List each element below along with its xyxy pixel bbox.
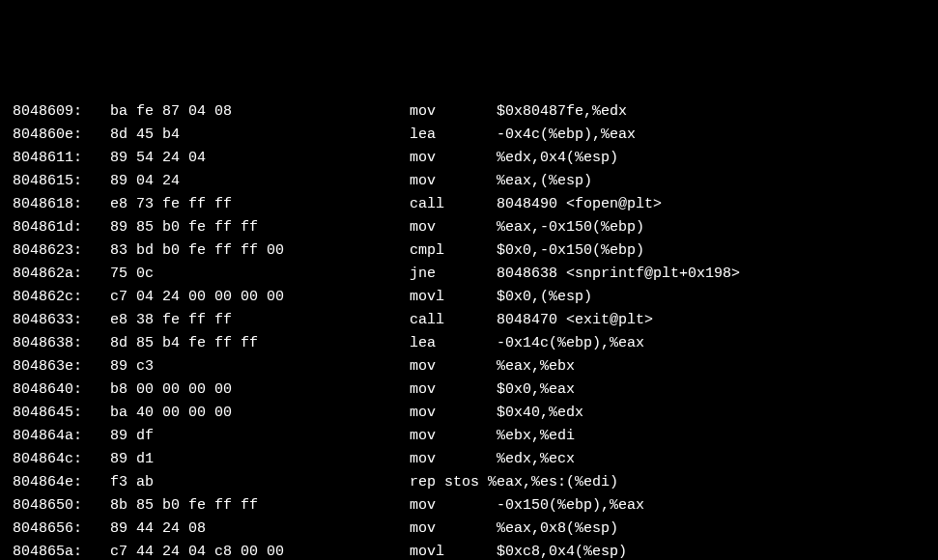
mnemonic: mov [410, 425, 497, 448]
mnemonic: mov [410, 100, 497, 124]
operands: %eax,-0x150(%ebp) [497, 216, 934, 239]
hex-bytes: 83 bd b0 fe ff ff 00 [110, 239, 410, 263]
hex-bytes: e8 38 fe ff ff [110, 309, 410, 332]
mnemonic: lea [410, 124, 497, 147]
operands [497, 471, 934, 494]
operands: %edx,%ecx [497, 448, 934, 471]
hex-bytes: 89 c3 [110, 355, 410, 378]
disasm-row: 8048640:b8 00 00 00 00mov$0x0,%eax [4, 378, 934, 402]
mnemonic: cmpl [410, 239, 497, 263]
address: 804861d: [4, 216, 110, 239]
operands: $0x0,-0x150(%ebp) [497, 239, 934, 263]
address: 8048623: [4, 239, 110, 263]
operands: %eax,0x8(%esp) [497, 518, 934, 541]
disasm-row: 8048615:89 04 24mov%eax,(%esp) [4, 170, 934, 193]
hex-bytes: 89 85 b0 fe ff ff [110, 216, 410, 239]
hex-bytes: ba fe 87 04 08 [110, 100, 410, 124]
operands: %eax,%ebx [497, 355, 934, 378]
operands: %eax,(%esp) [497, 170, 934, 193]
address: 804865a: [4, 541, 110, 560]
disassembly-listing: 8048609:ba fe 87 04 08mov$0x80487fe,%edx… [4, 100, 934, 560]
operands: $0x80487fe,%edx [497, 100, 934, 124]
operands: -0x4c(%ebp),%eax [497, 124, 934, 147]
address: 8048615: [4, 170, 110, 193]
hex-bytes: 89 d1 [110, 448, 410, 471]
hex-bytes: 89 04 24 [110, 170, 410, 193]
disasm-row: 804861d:89 85 b0 fe ff ffmov%eax,-0x150(… [4, 216, 934, 239]
operands: 8048470 <exit@plt> [497, 309, 934, 332]
hex-bytes: 89 44 24 08 [110, 518, 410, 541]
disasm-row: 804864a:89 dfmov%ebx,%edi [4, 425, 934, 448]
mnemonic: mov [410, 147, 497, 170]
address: 804864a: [4, 425, 110, 448]
address: 804863e: [4, 355, 110, 378]
hex-bytes: 8d 45 b4 [110, 124, 410, 147]
hex-bytes: 89 df [110, 425, 410, 448]
operands: $0x0,(%esp) [497, 286, 934, 309]
address: 8048638: [4, 332, 110, 355]
disasm-row: 8048611:89 54 24 04mov%edx,0x4(%esp) [4, 147, 934, 170]
mnemonic: rep stos %eax,%es:(%edi) [410, 471, 497, 494]
address: 8048633: [4, 309, 110, 332]
hex-bytes: 8b 85 b0 fe ff ff [110, 494, 410, 518]
hex-bytes: 8d 85 b4 fe ff ff [110, 332, 410, 355]
address: 8048656: [4, 518, 110, 541]
disasm-row: 8048638:8d 85 b4 fe ff fflea-0x14c(%ebp)… [4, 332, 934, 355]
disasm-row: 804860e:8d 45 b4lea-0x4c(%ebp),%eax [4, 124, 934, 147]
address: 8048640: [4, 378, 110, 402]
mnemonic: mov [410, 448, 497, 471]
operands: -0x150(%ebp),%eax [497, 494, 934, 518]
operands: -0x14c(%ebp),%eax [497, 332, 934, 355]
operands: $0x40,%edx [497, 402, 934, 425]
disasm-row: 8048623:83 bd b0 fe ff ff 00cmpl$0x0,-0x… [4, 239, 934, 263]
hex-bytes: 75 0c [110, 263, 410, 286]
hex-bytes: e8 73 fe ff ff [110, 193, 410, 216]
hex-bytes: 89 54 24 04 [110, 147, 410, 170]
hex-bytes: ba 40 00 00 00 [110, 402, 410, 425]
address: 804860e: [4, 124, 110, 147]
mnemonic: jne [410, 263, 497, 286]
mnemonic: mov [410, 494, 497, 518]
mnemonic: mov [410, 378, 497, 402]
mnemonic: lea [410, 332, 497, 355]
mnemonic: movl [410, 286, 497, 309]
disasm-row: 8048633:e8 38 fe ff ffcall8048470 <exit@… [4, 309, 934, 332]
operands: $0xc8,0x4(%esp) [497, 541, 934, 560]
hex-bytes: f3 ab [110, 471, 410, 494]
address: 8048650: [4, 494, 110, 518]
disasm-row: 804862c:c7 04 24 00 00 00 00movl$0x0,(%e… [4, 286, 934, 309]
address: 8048618: [4, 193, 110, 216]
mnemonic: call [410, 193, 497, 216]
mnemonic: mov [410, 216, 497, 239]
operands: %ebx,%edi [497, 425, 934, 448]
operands: %edx,0x4(%esp) [497, 147, 934, 170]
address: 804862a: [4, 263, 110, 286]
mnemonic: movl [410, 541, 497, 560]
address: 8048645: [4, 402, 110, 425]
disasm-row: 804865a:c7 44 24 04 c8 00 00movl$0xc8,0x… [4, 541, 934, 560]
address: 8048609: [4, 100, 110, 124]
disasm-row: 804862a:75 0cjne8048638 <snprintf@plt+0x… [4, 263, 934, 286]
address: 804864c: [4, 448, 110, 471]
mnemonic: mov [410, 402, 497, 425]
disasm-row: 8048645:ba 40 00 00 00mov$0x40,%edx [4, 402, 934, 425]
address: 8048611: [4, 147, 110, 170]
hex-bytes: c7 44 24 04 c8 00 00 [110, 541, 410, 560]
address: 804864e: [4, 471, 110, 494]
hex-bytes: c7 04 24 00 00 00 00 [110, 286, 410, 309]
operands: 8048638 <snprintf@plt+0x198> [497, 263, 934, 286]
disasm-row: 8048618:e8 73 fe ff ffcall8048490 <fopen… [4, 193, 934, 216]
operands: $0x0,%eax [497, 378, 934, 402]
mnemonic: mov [410, 355, 497, 378]
disasm-row: 8048650:8b 85 b0 fe ff ffmov-0x150(%ebp)… [4, 494, 934, 518]
mnemonic: call [410, 309, 497, 332]
disasm-row: 8048609:ba fe 87 04 08mov$0x80487fe,%edx [4, 100, 934, 124]
disasm-row: 804864e:f3 abrep stos %eax,%es:(%edi) [4, 471, 934, 494]
operands: 8048490 <fopen@plt> [497, 193, 934, 216]
mnemonic: mov [410, 518, 497, 541]
address: 804862c: [4, 286, 110, 309]
disasm-row: 804863e:89 c3mov%eax,%ebx [4, 355, 934, 378]
hex-bytes: b8 00 00 00 00 [110, 378, 410, 402]
mnemonic: mov [410, 170, 497, 193]
disasm-row: 8048656:89 44 24 08mov%eax,0x8(%esp) [4, 518, 934, 541]
